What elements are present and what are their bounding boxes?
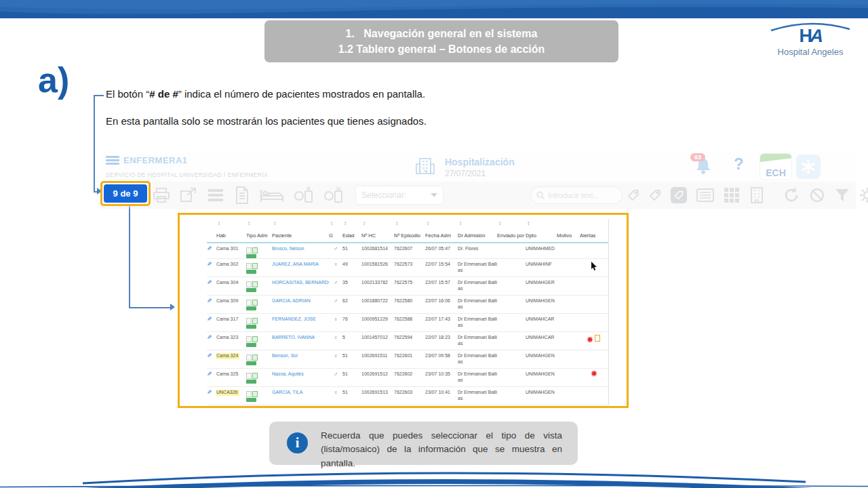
sort-icon[interactable]: ↕ xyxy=(272,221,329,226)
user-name[interactable]: ENFERMERA1 xyxy=(123,155,188,165)
description-line-1: El botón “# de #” indica el número de pa… xyxy=(106,88,540,100)
cell-enviado xyxy=(497,296,526,313)
gender-icon: ♀ xyxy=(329,350,342,368)
ech-logo[interactable]: ECH xyxy=(760,153,792,180)
patient-name-link[interactable]: JUAREZ, ANA MARIA xyxy=(272,262,329,268)
sort-icon[interactable]: ↕ xyxy=(394,221,425,226)
assign-device-icon[interactable] xyxy=(294,186,314,204)
cell-edit: ✎ xyxy=(207,259,216,277)
patient-name-link[interactable]: GARCIA, ADRIAN xyxy=(272,298,329,304)
refresh-icon[interactable] xyxy=(783,187,800,203)
sort-icon[interactable]: ↕ xyxy=(361,221,394,226)
cell-dpto: UNIMAHGEN xyxy=(526,350,557,368)
edit-pencil-icon[interactable]: ✎ xyxy=(207,353,212,359)
mouse-cursor-icon xyxy=(591,262,597,271)
sort-icon[interactable]: ↕ xyxy=(216,221,246,226)
column-header[interactable]: Nº HC xyxy=(361,232,394,239)
cancel-icon[interactable] xyxy=(809,187,825,203)
edit-pencil-icon[interactable]: ✎ xyxy=(207,246,212,252)
search-input[interactable]: Introducir text... xyxy=(530,186,623,204)
column-header[interactable]: G xyxy=(329,232,342,239)
cell-dpto: UNIMAHGEN xyxy=(526,387,557,405)
sort-icon[interactable]: ↕ xyxy=(329,221,342,226)
cell-fecha: 22/07 15:54 xyxy=(425,259,458,277)
sort-icon[interactable]: ↕ xyxy=(526,221,557,226)
sort-icon[interactable]: ↕ xyxy=(246,221,272,226)
tag-icon[interactable] xyxy=(627,189,639,201)
patient-counter-button[interactable]: 9 de 9 xyxy=(104,184,147,203)
list-view-icon[interactable] xyxy=(696,188,714,203)
cell-dr: Dr Emmanuel Ballinas xyxy=(458,314,497,331)
edit-pencil-icon[interactable]: ✎ xyxy=(207,317,212,323)
module-title: Hospitalización xyxy=(445,157,515,167)
column-header[interactable]: Enviado por xyxy=(497,232,526,239)
building-view-icon[interactable] xyxy=(749,187,764,203)
gender-icon: ♂ xyxy=(329,243,342,258)
patient-row[interactable]: ✎Cama 304HORCASITAS, BERNARDO♂3510021337… xyxy=(207,277,608,296)
patient-name-link[interactable]: Nazoa, Aquiles xyxy=(272,371,329,378)
bed-label: Cama 309 xyxy=(216,298,246,304)
edit-pencil-icon[interactable]: ✎ xyxy=(207,335,212,341)
patient-row[interactable]: ✎Cama 302JUAREZ, ANA MARIA♀4910015815267… xyxy=(207,259,608,277)
edit-pencil-icon[interactable]: ✎ xyxy=(207,390,212,396)
print-icon[interactable] xyxy=(153,187,170,203)
edit-pencil-icon[interactable]: ✎ xyxy=(207,371,212,378)
filter-icon[interactable] xyxy=(835,188,850,203)
gender-icon: ♂ xyxy=(329,277,342,295)
column-header[interactable]: Nº Episodio xyxy=(394,232,425,239)
patient-name-link[interactable]: HORCASITAS, BERNARDO xyxy=(272,280,329,286)
patient-name-link[interactable]: BARRETO, IVANNA xyxy=(272,335,329,341)
column-header[interactable]: Dr Admisión xyxy=(458,232,497,239)
column-header[interactable]: Dpto xyxy=(526,232,557,239)
view-select[interactable]: Seleccionar: xyxy=(355,186,443,205)
edit-pencil-icon[interactable]: ✎ xyxy=(207,298,212,304)
patient-row[interactable]: ✎UNCA326GARCIA, TILA♀5110026915137622603… xyxy=(207,387,608,405)
patient-row[interactable]: ✎Cama 325Nazoa, Aquiles♂5110026915127622… xyxy=(207,369,608,387)
edit-pencil-icon[interactable]: ✎ xyxy=(207,280,212,286)
column-header[interactable]: Hab xyxy=(216,232,246,239)
patient-name-link[interactable]: Brusco, Nelson xyxy=(272,246,329,252)
bed-icon[interactable] xyxy=(260,187,284,203)
cell-motivo xyxy=(557,332,580,350)
patient-name-link[interactable]: GARCIA, TILA xyxy=(272,390,329,396)
help-icon[interactable]: ? xyxy=(734,155,744,174)
column-header[interactable]: Alertas xyxy=(580,232,608,239)
column-header[interactable]: Edad xyxy=(342,232,361,239)
column-header[interactable]: Fecha Adm xyxy=(425,232,458,239)
logo-name: Hospital Angeles xyxy=(766,47,854,57)
patient-row[interactable]: ✎Cama 324Benson, Sol♀5110026915117622601… xyxy=(207,350,608,369)
sort-icon[interactable]: ↕ xyxy=(458,221,497,226)
document-icon[interactable] xyxy=(234,186,250,204)
hamburger-menu-icon[interactable] xyxy=(106,156,119,165)
unassign-device-icon[interactable] xyxy=(323,186,344,204)
gear-icon[interactable] xyxy=(859,187,868,203)
column-header[interactable]: Paciente xyxy=(272,232,329,239)
column-header[interactable]: Motivo xyxy=(557,232,580,239)
patient-row[interactable]: ✎Cama 323BARRETO, IVANNA♀510014570127622… xyxy=(207,332,608,350)
edit-pencil-icon[interactable]: ✎ xyxy=(207,262,212,268)
cell-alertas xyxy=(580,243,608,258)
patient-row[interactable]: ✎Cama 317FERNANDEZ, JOSE♀761000951229762… xyxy=(207,314,608,332)
pinwheel-icon[interactable] xyxy=(796,155,821,179)
cell-tipo xyxy=(246,243,272,258)
cell-paciente: FERNANDEZ, JOSE xyxy=(272,314,329,331)
cell-edit: ✎ xyxy=(207,314,216,331)
grid-view-icon[interactable] xyxy=(724,187,740,203)
cell-fecha: 22/07 15:57 xyxy=(425,277,458,295)
patient-name-link[interactable]: Benson, Sol xyxy=(272,353,329,359)
list-menu-icon[interactable] xyxy=(207,187,224,203)
patient-row[interactable]: ✎Cama 309GARCIA, ADRIAN♂6210018807227622… xyxy=(207,296,608,314)
tag-filled-icon[interactable] xyxy=(671,187,687,203)
cell-alertas xyxy=(580,277,608,295)
patient-name-link[interactable]: FERNANDEZ, JOSE xyxy=(272,317,329,323)
tag-icon-2[interactable] xyxy=(649,189,661,201)
sort-icon[interactable]: ↕ xyxy=(342,221,361,226)
export-icon[interactable] xyxy=(180,187,197,203)
notification-bell[interactable]: 63 xyxy=(694,156,722,179)
sort-icon[interactable]: ↕ xyxy=(497,221,526,226)
patient-row[interactable]: ✎Cama 301Brusco, Nelson♂5110026815147622… xyxy=(207,243,608,259)
cell-dr: Dr Emmanuel Ballinas xyxy=(458,350,497,368)
cell-tipo xyxy=(246,387,272,405)
sort-icon[interactable]: ↕ xyxy=(425,221,458,226)
column-header[interactable]: Tipo Adm xyxy=(246,232,272,239)
